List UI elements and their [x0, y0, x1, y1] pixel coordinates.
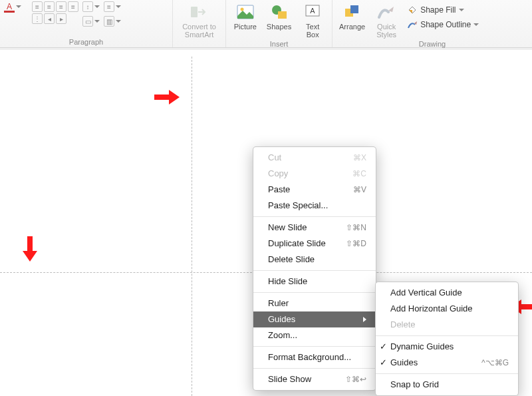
line-spacing-icon[interactable]: ≡ [104, 1, 114, 12]
shapes-icon [270, 3, 289, 21]
columns-icon[interactable]: ▥ [104, 16, 114, 27]
context-menu: Cut⌘X Copy⌘C Paste⌘V Paste Special... Ne… [253, 146, 376, 391]
picture-button[interactable]: Picture [231, 1, 260, 32]
shapes-button[interactable]: Shapes [264, 1, 294, 32]
text-direction-icon[interactable]: ↕ [82, 1, 93, 12]
picture-icon [236, 3, 255, 21]
svg-rect-4 [278, 11, 287, 19]
menu-new-slide[interactable]: New Slide⇧⌘N [253, 220, 376, 236]
arrange-icon [343, 3, 362, 21]
annotation-arrow [154, 90, 181, 104]
svg-text:A: A [310, 7, 315, 15]
menu-cut: Cut⌘X [253, 150, 376, 166]
arrange-button[interactable]: Arrange [336, 1, 368, 32]
dropdown-icon[interactable] [459, 9, 464, 11]
menu-hide-slide[interactable]: Hide Slide [253, 274, 376, 290]
submenu-snap-to-grid[interactable]: Snap to Grid [376, 377, 518, 393]
menu-ruler[interactable]: Ruler [253, 296, 376, 311]
check-icon: ✓ [380, 341, 387, 353]
smartart-icon [190, 3, 209, 21]
menu-duplicate-slide[interactable]: Duplicate Slide⇧⌘D [253, 236, 376, 252]
menu-slide-show[interactable]: Slide Show⇧⌘↩ [253, 371, 376, 387]
align-justify-icon[interactable]: ≡ [68, 1, 78, 12]
check-icon: ✓ [380, 357, 387, 369]
menu-zoom[interactable]: Zoom... [253, 327, 376, 343]
slide-canvas[interactable]: Cut⌘X Copy⌘C Paste⌘V Paste Special... Ne… [0, 48, 532, 396]
align-center-icon[interactable]: ≡ [44, 1, 55, 12]
dropdown-icon[interactable] [94, 20, 100, 23]
quick-styles-icon [377, 3, 396, 21]
align-right-icon[interactable]: ≡ [56, 1, 66, 12]
submenu-add-vertical-guide[interactable]: Add Vertical Guide [376, 285, 518, 301]
menu-delete-slide[interactable]: Delete Slide [253, 252, 376, 268]
svg-rect-0 [191, 7, 198, 17]
increase-indent-icon[interactable]: ▸ [56, 13, 66, 24]
svg-rect-8 [350, 5, 358, 13]
fill-icon [407, 5, 418, 15]
bullets-icon[interactable]: ⋮ [32, 13, 43, 24]
menu-paste[interactable]: Paste⌘V [253, 182, 376, 198]
menu-copy: Copy⌘C [253, 166, 376, 182]
vertical-guide[interactable] [192, 57, 192, 396]
svg-point-2 [240, 8, 243, 11]
textbox-icon: A [303, 3, 322, 21]
font-color-icon[interactable]: A [4, 1, 15, 12]
dropdown-icon[interactable] [473, 23, 479, 26]
dropdown-icon[interactable] [94, 5, 100, 8]
align-left-icon[interactable]: ≡ [32, 1, 43, 12]
quick-styles-button[interactable]: QuickStyles [372, 1, 401, 40]
submenu-guides[interactable]: ✓Guides^⌥⌘G [376, 355, 518, 371]
convert-to-smartart-button[interactable]: Convert toSmartArt [180, 1, 219, 40]
text-box-button[interactable]: A TextBox [298, 1, 327, 40]
submenu-delete: Delete [376, 317, 518, 333]
submenu-arrow-icon [363, 317, 366, 322]
group-label-paragraph: Paragraph [4, 38, 168, 47]
outline-icon [407, 19, 418, 30]
submenu-add-horizontal-guide[interactable]: Add Horizontal Guide [376, 301, 518, 317]
dropdown-icon[interactable] [116, 5, 121, 8]
dropdown-icon[interactable] [16, 5, 21, 8]
ribbon: A ≡ ≡ ≡ ≡ ⋮ ◂ ▸ [0, 0, 532, 48]
shape-fill-button[interactable]: Shape Fill [405, 3, 481, 17]
align-text-icon[interactable]: ▭ [82, 16, 93, 27]
shape-outline-button[interactable]: Shape Outline [405, 17, 481, 32]
submenu-dynamic-guides[interactable]: ✓Dynamic Guides [376, 339, 518, 355]
menu-paste-special[interactable]: Paste Special... [253, 198, 376, 214]
decrease-indent-icon[interactable]: ◂ [44, 13, 55, 24]
dropdown-icon[interactable] [116, 20, 121, 23]
menu-guides[interactable]: Guides [253, 311, 376, 327]
annotation-arrow [23, 236, 37, 263]
menu-format-background[interactable]: Format Background... [253, 349, 376, 365]
guides-submenu: Add Vertical Guide Add Horizontal Guide … [375, 282, 519, 396]
